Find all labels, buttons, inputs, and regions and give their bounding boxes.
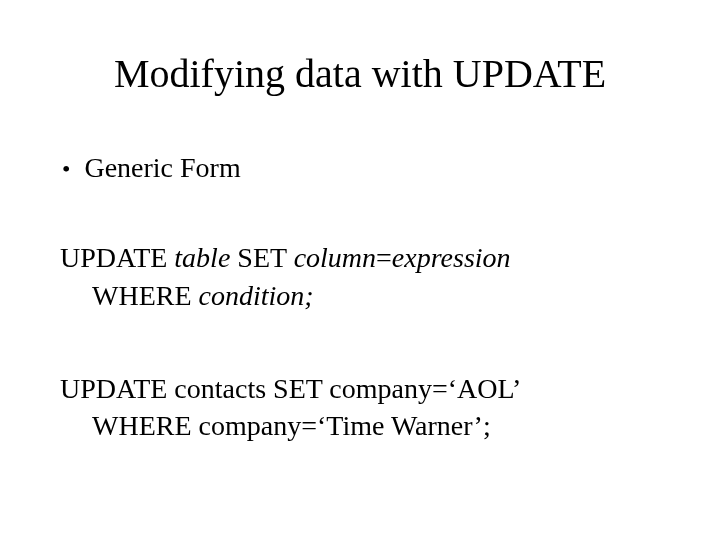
bullet-item: • Generic Form	[60, 152, 660, 184]
placeholder-table: table	[174, 242, 230, 273]
generic-line-2: WHERE condition;	[60, 277, 660, 315]
example-line-1: UPDATE contacts SET company=‘AOL’	[60, 370, 660, 408]
placeholder-expression: expression	[392, 242, 511, 273]
example-line-2: WHERE company=‘Time Warner’;	[60, 407, 660, 445]
bullet-dot-icon: •	[62, 156, 70, 183]
bullet-text: Generic Form	[84, 152, 240, 184]
eq-sign: =	[376, 242, 392, 273]
kw-update: UPDATE	[60, 242, 174, 273]
generic-line-1: UPDATE table SET column=expression	[60, 239, 660, 277]
placeholder-condition: condition;	[199, 280, 314, 311]
placeholder-column: column	[294, 242, 376, 273]
kw-where: WHERE	[92, 280, 199, 311]
example-block: UPDATE contacts SET company=‘AOL’ WHERE …	[60, 370, 660, 446]
generic-form-block: UPDATE table SET column=expression WHERE…	[60, 239, 660, 315]
slide-title: Modifying data with UPDATE	[60, 50, 660, 97]
kw-set: SET	[230, 242, 293, 273]
